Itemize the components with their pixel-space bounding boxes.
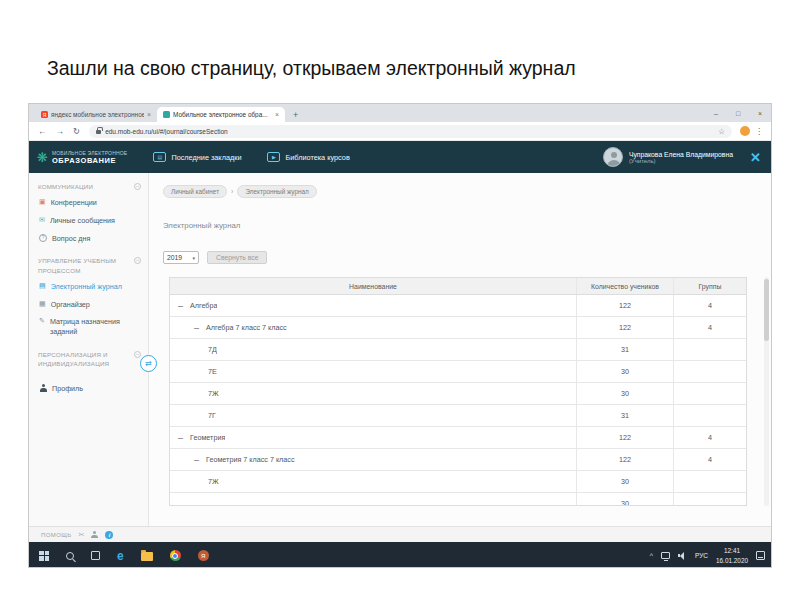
sidebar-item-question-of-day[interactable]: ? Вопрос дня <box>29 230 148 248</box>
table-row[interactable]: 7Е 30 <box>170 361 746 383</box>
row-students: 122 <box>577 295 674 316</box>
url-text[interactable]: edu.mob-edu.ru/ui/#/journal/courseSectio… <box>105 128 714 135</box>
nav-course-library[interactable]: ▶ Библиотека курсов <box>267 152 349 162</box>
sidebar-item-assignment-matrix[interactable]: ✎ Матрица назначения заданий <box>29 313 148 340</box>
task-view-icon[interactable] <box>91 551 100 560</box>
reload-icon[interactable]: ↻ <box>73 126 80 136</box>
nav-recent-bookmarks[interactable]: ▤ Последние закладки <box>153 152 241 162</box>
window-maximize-button[interactable]: □ <box>727 110 749 117</box>
address-bar[interactable]: edu.mob-edu.ru/ui/#/journal/courseSectio… <box>89 125 732 138</box>
new-tab-button[interactable]: + <box>293 110 298 120</box>
table-row[interactable]: – Геометрия 122 4 <box>170 427 746 449</box>
sidebar-item-conferences[interactable]: ▣ Конференции <box>29 194 148 212</box>
info-icon[interactable]: i <box>105 531 113 539</box>
row-students: 30 <box>577 493 674 506</box>
start-button[interactable] <box>39 551 49 561</box>
edge-icon[interactable]: e <box>117 550 124 562</box>
sidebar-section-communications[interactable]: КОММУНИКАЦИИ – <box>29 173 148 194</box>
collapse-section-icon[interactable]: – <box>134 351 141 358</box>
system-tray: ^ РУС 12:41 16.01.2020 <box>650 542 765 568</box>
help-label[interactable]: ПОМОЩЬ <box>41 532 72 538</box>
hidden-icons-chevron[interactable]: ^ <box>650 552 653 559</box>
bookmark-star-icon[interactable]: ☆ <box>718 127 725 136</box>
row-name: 7Ж <box>170 477 219 486</box>
back-icon[interactable]: ← <box>38 126 47 136</box>
collapse-all-button[interactable]: Свернуть все <box>207 251 267 264</box>
yandex-favicon-icon: Я <box>41 111 48 118</box>
table-row[interactable]: – Геометрия 7 класс 7 класс 122 4 <box>170 449 746 471</box>
page-title: Электронный журнал <box>163 221 240 230</box>
row-groups: 4 <box>674 295 746 316</box>
sidebar-section-study-management[interactable]: УПРАВЛЕНИЕ УЧЕБНЫМ ПРОЦЕССОМ – <box>29 247 148 278</box>
language-indicator[interactable]: РУС <box>695 552 708 559</box>
table-row[interactable]: – Алгебра 7 класс 7 класс 122 4 <box>170 317 746 339</box>
app-footer: ПОМОЩЬ ✂ i <box>29 526 771 542</box>
sidebar-section-personalization[interactable]: ПЕРСОНАЛИЗАЦИЯ И ИНДИВИДУАЛИЗАЦИЯ – <box>29 341 148 372</box>
sidebar-item-profile[interactable]: Профиль <box>29 380 148 398</box>
table-row[interactable]: 30 <box>170 493 746 506</box>
user-name: Чупракова Елена Владимировна <box>629 151 733 158</box>
sidebar-item-label: Профиль <box>52 384 83 394</box>
section-title-text: ПЕРСОНАЛИЗАЦИЯ И ИНДИВИДУАЛИЗАЦИЯ <box>38 350 134 369</box>
collapse-row-icon[interactable]: – <box>194 323 199 333</box>
clock[interactable]: 12:41 16.01.2020 <box>716 546 748 565</box>
sidebar-item-electronic-journal[interactable]: ▤ Электронный журнал <box>29 278 148 296</box>
search-icon[interactable] <box>66 552 74 560</box>
scissors-icon[interactable]: ✂ <box>79 531 85 538</box>
sidebar: КОММУНИКАЦИИ – ▣ Конференции ✉ Личные со… <box>29 173 149 526</box>
tab-close-icon[interactable]: × <box>275 111 279 118</box>
collapse-row-icon[interactable]: – <box>178 301 183 311</box>
row-name: 7Ж <box>170 389 219 398</box>
app-close-icon[interactable]: ✕ <box>750 150 761 165</box>
browser-tab-meo[interactable]: Мобильное электронное обра... × <box>157 107 285 122</box>
collapse-row-icon[interactable]: – <box>178 433 183 443</box>
logo-line1: МОБИЛЬНОЕ ЭЛЕКТРОННОЕ <box>52 150 128 156</box>
collapse-section-icon[interactable]: – <box>134 257 141 264</box>
library-icon: ▶ <box>267 152 280 162</box>
logo-text: МОБИЛЬНОЕ ЭЛЕКТРОННОЕ ОБРАЗОВАНИЕ <box>52 150 128 165</box>
forward-icon[interactable]: → <box>56 126 65 136</box>
row-students: 30 <box>577 361 674 382</box>
user-info[interactable]: Чупракова Елена Владимировна (Учитель) <box>603 147 733 167</box>
sidebar-item-organizer[interactable]: ▦ Органайзер <box>29 296 148 314</box>
scrollbar-thumb[interactable] <box>764 279 769 341</box>
meo-logo[interactable]: ❋ МОБИЛЬНОЕ ЭЛЕКТРОННОЕ ОБРАЗОВАНИЕ <box>37 150 127 165</box>
browser-menu-icon[interactable]: ⋮ <box>755 127 763 136</box>
table-row[interactable]: 7Г 31 <box>170 405 746 427</box>
file-explorer-icon[interactable] <box>141 552 153 561</box>
collapse-section-icon[interactable]: – <box>134 183 141 190</box>
sidebar-toggle-button[interactable]: ⇄ <box>140 355 157 372</box>
volume-icon[interactable] <box>678 552 687 560</box>
browser-profile-avatar[interactable] <box>740 126 750 136</box>
col-header-groups: Группы <box>674 278 746 294</box>
yandex-browser-icon[interactable]: Я <box>198 550 209 561</box>
tab-close-icon[interactable]: × <box>147 111 151 118</box>
support-person-icon[interactable] <box>91 531 98 538</box>
window-minimize-button[interactable]: – <box>705 110 727 117</box>
row-name-cell: 7Е <box>170 361 577 382</box>
screenshot-frame: Я яндекс мобильное электронное о × Мобил… <box>28 103 772 568</box>
table-row[interactable]: 7Д 31 <box>170 339 746 361</box>
year-select[interactable]: 2019 ▾ <box>163 251 199 264</box>
scrollbar[interactable] <box>764 277 769 506</box>
table-row[interactable]: – Алгебра 122 4 <box>170 295 746 317</box>
network-icon[interactable] <box>661 552 670 559</box>
window-close-button[interactable]: × <box>749 110 771 117</box>
collapse-row-icon[interactable]: – <box>194 455 199 465</box>
breadcrumb-item-personal-cabinet[interactable]: Личный кабинет <box>163 185 227 198</box>
row-name: 7Г <box>170 411 216 420</box>
browser-tab-yandex[interactable]: Я яндекс мобильное электронное о × <box>35 107 157 122</box>
breadcrumb-item-journal[interactable]: Электронный журнал <box>237 185 316 198</box>
notification-center-icon[interactable] <box>756 551 765 560</box>
sidebar-item-messages[interactable]: ✉ Личные сообщения <box>29 212 148 230</box>
meo-logo-icon: ❋ <box>37 151 48 164</box>
table-row[interactable]: 7Ж 30 <box>170 471 746 493</box>
person-icon <box>39 384 47 392</box>
table-row[interactable]: 7Ж 30 <box>170 383 746 405</box>
row-name-cell: 7Ж <box>170 383 577 404</box>
row-name-cell: – Алгебра <box>170 295 577 316</box>
logo-line2: ОБРАЗОВАНИЕ <box>52 156 128 165</box>
row-groups: 4 <box>674 449 746 470</box>
chrome-icon[interactable] <box>170 550 181 561</box>
year-value: 2019 <box>167 254 182 261</box>
